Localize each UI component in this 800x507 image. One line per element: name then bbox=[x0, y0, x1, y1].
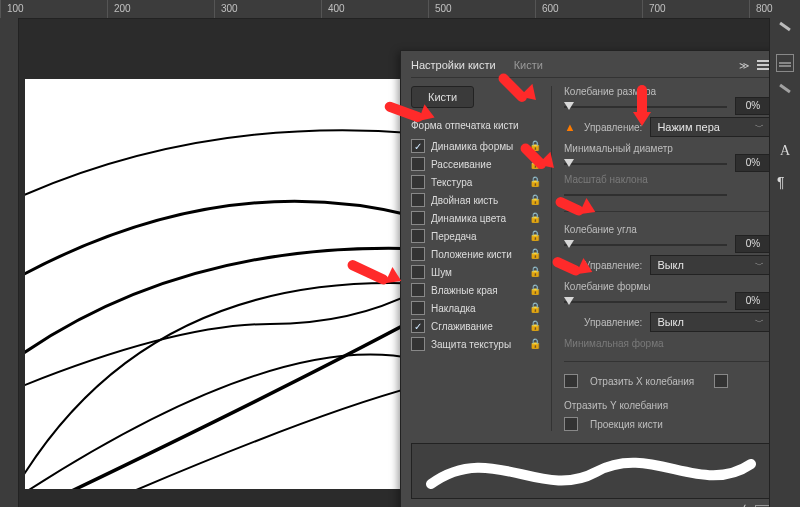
flip-x-checkbox[interactable] bbox=[564, 374, 578, 388]
ruler-vertical bbox=[0, 18, 19, 507]
option-transfer[interactable]: Передача🔒 bbox=[411, 227, 541, 245]
size-jitter-slider[interactable]: 0% bbox=[564, 103, 771, 111]
angle-jitter-value[interactable]: 0% bbox=[735, 235, 771, 253]
brush-settings-panel: Настройки кисти Кисти ≫ Кисти Форма отпе… bbox=[400, 50, 782, 507]
lock-icon[interactable]: 🔒 bbox=[529, 158, 541, 170]
tab-brush-settings[interactable]: Настройки кисти bbox=[411, 59, 496, 71]
lock-icon[interactable]: 🔒 bbox=[529, 230, 541, 242]
control-label: Управление: bbox=[584, 260, 642, 271]
angle-jitter-slider[interactable]: 0% bbox=[564, 241, 771, 249]
min-diameter-slider[interactable]: 0% bbox=[564, 160, 771, 168]
checkbox-icon[interactable] bbox=[411, 211, 425, 225]
option-wet-edges[interactable]: Влажные края🔒 bbox=[411, 281, 541, 299]
angle-jitter-label: Колебание угла bbox=[564, 224, 637, 235]
tilt-scale-slider bbox=[564, 191, 771, 199]
roundness-jitter-label: Колебание формы bbox=[564, 281, 650, 292]
roundness-jitter-slider[interactable]: 0% bbox=[564, 298, 771, 306]
brush-tip-shape-label[interactable]: Форма отпечатка кисти bbox=[411, 120, 541, 131]
min-roundness-label: Минимальная форма bbox=[564, 338, 664, 349]
checkbox-icon[interactable] bbox=[411, 319, 425, 333]
paragraph-panel-icon[interactable] bbox=[777, 174, 793, 190]
brush-projection-checkbox[interactable] bbox=[564, 417, 578, 431]
checkbox-icon[interactable] bbox=[411, 175, 425, 189]
option-brush-pose[interactable]: Положение кисти🔒 bbox=[411, 245, 541, 263]
lock-icon[interactable]: 🔒 bbox=[529, 194, 541, 206]
checkbox-icon[interactable] bbox=[411, 337, 425, 351]
lock-icon[interactable]: 🔒 bbox=[529, 176, 541, 188]
chevron-down-icon: ﹀ bbox=[755, 121, 764, 134]
option-smoothing[interactable]: Сглаживание🔒 bbox=[411, 317, 541, 335]
option-build-up[interactable]: Накладка🔒 bbox=[411, 299, 541, 317]
flip-y-checkbox[interactable] bbox=[714, 374, 728, 388]
adjustments-icon[interactable] bbox=[776, 54, 794, 72]
warning-icon: ▲ bbox=[564, 121, 576, 133]
tilt-scale-label: Масштаб наклона bbox=[564, 174, 648, 185]
control-label: Управление: bbox=[584, 317, 642, 328]
lock-icon[interactable]: 🔒 bbox=[529, 266, 541, 278]
option-shape-dynamics[interactable]: Динамика формы🔒 bbox=[411, 137, 541, 155]
chevron-down-icon: ﹀ bbox=[755, 316, 764, 329]
checkbox-icon[interactable] bbox=[411, 247, 425, 261]
option-protect-texture[interactable]: Защита текстуры🔒 bbox=[411, 335, 541, 353]
brushes-button[interactable]: Кисти bbox=[411, 86, 474, 108]
checkbox-icon[interactable] bbox=[411, 193, 425, 207]
panel-tabs: Настройки кисти Кисти ≫ bbox=[411, 59, 771, 78]
chevron-down-icon: ﹀ bbox=[755, 259, 764, 272]
lock-icon[interactable]: 🔒 bbox=[529, 338, 541, 350]
right-toolbar: A bbox=[769, 18, 800, 507]
brush-strokes bbox=[25, 79, 415, 489]
size-jitter-value[interactable]: 0% bbox=[735, 97, 771, 115]
angle-control-dropdown[interactable]: Выкл﹀ bbox=[650, 255, 771, 275]
lock-icon[interactable]: 🔒 bbox=[529, 212, 541, 224]
min-diameter-value[interactable]: 0% bbox=[735, 154, 771, 172]
size-control-dropdown[interactable]: Нажим пера﹀ bbox=[650, 117, 771, 137]
checkbox-icon[interactable] bbox=[411, 229, 425, 243]
document-canvas[interactable] bbox=[25, 79, 415, 489]
flip-y-label: Отразить Y колебания bbox=[564, 400, 668, 411]
roundness-control-dropdown[interactable]: Выкл﹀ bbox=[650, 312, 771, 332]
lock-icon[interactable]: 🔒 bbox=[529, 284, 541, 296]
character-panel-icon[interactable]: A bbox=[777, 144, 793, 160]
checkbox-icon[interactable] bbox=[411, 283, 425, 297]
brush-options-list: Кисти Форма отпечатка кисти Динамика фор… bbox=[411, 86, 552, 431]
roundness-jitter-value[interactable]: 0% bbox=[735, 292, 771, 310]
option-texture[interactable]: Текстура🔒 bbox=[411, 173, 541, 191]
lock-icon[interactable]: 🔒 bbox=[529, 320, 541, 332]
checkbox-icon[interactable] bbox=[411, 157, 425, 171]
option-dual-brush[interactable]: Двойная кисть🔒 bbox=[411, 191, 541, 209]
flip-x-label: Отразить X колебания bbox=[590, 376, 694, 387]
option-scattering[interactable]: Рассеивание🔒 bbox=[411, 155, 541, 173]
checkbox-icon[interactable] bbox=[411, 265, 425, 279]
checkbox-icon[interactable] bbox=[411, 301, 425, 315]
brush-stroke-preview bbox=[411, 443, 771, 499]
size-jitter-label: Колебание размера bbox=[564, 86, 656, 97]
brush-projection-label: Проекция кисти bbox=[590, 419, 663, 430]
checkbox-icon[interactable] bbox=[411, 139, 425, 153]
min-diameter-label: Минимальный диаметр bbox=[564, 143, 673, 154]
brush-panel-icon[interactable] bbox=[777, 24, 793, 40]
option-color-dynamics[interactable]: Динамика цвета🔒 bbox=[411, 209, 541, 227]
collapse-icon[interactable]: ≫ bbox=[739, 60, 749, 71]
tab-brushes[interactable]: Кисти bbox=[514, 59, 543, 71]
option-noise[interactable]: Шум🔒 bbox=[411, 263, 541, 281]
brush-tool-icon[interactable] bbox=[777, 86, 793, 102]
lock-icon[interactable]: 🔒 bbox=[529, 140, 541, 152]
ruler-horizontal: 1002003004005006007008009001000110012001… bbox=[0, 0, 800, 19]
control-label: Управление: bbox=[584, 122, 642, 133]
lock-icon[interactable]: 🔒 bbox=[529, 248, 541, 260]
lock-icon[interactable]: 🔒 bbox=[529, 302, 541, 314]
